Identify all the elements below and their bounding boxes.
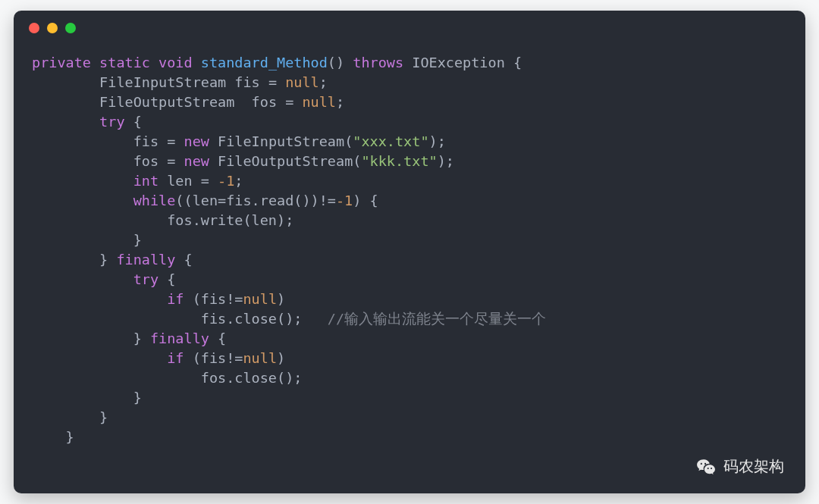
keyword-int: int	[133, 173, 158, 189]
punct: ()	[328, 55, 344, 70]
null-literal: null	[285, 74, 319, 90]
punct: =	[193, 173, 218, 189]
keyword-finally: finally	[150, 330, 209, 346]
null-literal: null	[243, 291, 277, 307]
keyword-void: void	[158, 55, 193, 70]
punct: )	[277, 291, 285, 307]
punct: ;	[234, 173, 243, 189]
punct: =	[158, 153, 184, 169]
identifier: fis	[234, 74, 259, 90]
close-icon[interactable]	[29, 23, 39, 33]
statement: fos.close();	[201, 370, 303, 386]
keyword-try: try	[133, 271, 158, 287]
keyword-finally: finally	[116, 252, 175, 268]
punct: {	[505, 55, 522, 70]
punct: }	[99, 252, 108, 268]
punct: (	[353, 153, 361, 169]
code-window: private static void standard_Method() th…	[14, 11, 805, 493]
keyword-new: new	[184, 133, 209, 149]
minimize-icon[interactable]	[47, 23, 58, 33]
punct: {	[209, 330, 226, 346]
keyword-if: if	[167, 291, 184, 307]
punct: ;	[319, 74, 328, 90]
identifier: fos	[133, 153, 158, 169]
expr: (fis!=	[184, 291, 243, 307]
statement: fos.write(len);	[167, 212, 293, 228]
keyword-if: if	[167, 350, 184, 366]
punct: =	[277, 94, 302, 110]
keyword-while: while	[133, 193, 176, 208]
punct: )	[353, 193, 361, 208]
punct: {	[125, 114, 142, 130]
identifier: len	[167, 173, 192, 189]
keyword-try: try	[99, 114, 124, 130]
comment: //输入输出流能关一个尽量关一个	[328, 311, 546, 327]
punct: }	[133, 232, 142, 248]
punct: ;	[438, 133, 446, 149]
keyword-private: private	[32, 55, 91, 70]
punct: )	[429, 133, 438, 149]
null-literal: null	[302, 94, 336, 110]
statement: fis.close();	[201, 311, 303, 327]
punct: }	[66, 429, 74, 445]
punct: {	[361, 193, 378, 208]
number-literal: -1	[336, 193, 353, 208]
punct: ;	[446, 153, 454, 169]
punct: =	[260, 74, 285, 90]
punct: {	[158, 271, 175, 287]
code-block: private static void standard_Method() th…	[32, 53, 787, 447]
punct: ;	[336, 94, 344, 110]
window-controls	[29, 23, 76, 33]
punct: =	[158, 133, 184, 149]
null-literal: null	[243, 350, 277, 366]
keyword-static: static	[99, 55, 150, 70]
watermark: 码农架构	[696, 456, 784, 477]
keyword-new: new	[184, 153, 209, 169]
keyword-throws: throws	[353, 55, 403, 70]
punct: )	[277, 350, 285, 366]
identifier: fis	[133, 133, 158, 149]
punct: }	[99, 409, 108, 425]
number-literal: -1	[218, 173, 234, 189]
punct: }	[133, 390, 142, 405]
expr: ((len=fis.read())!=	[175, 193, 336, 208]
exception-type: IOException	[412, 55, 505, 70]
wechat-icon	[696, 457, 716, 477]
string-literal: "xxx.txt"	[353, 133, 428, 149]
zoom-icon[interactable]	[65, 23, 76, 33]
type-name: FileInputStream	[99, 74, 226, 90]
punct: (	[344, 133, 353, 149]
type-name: FileInputStream	[218, 133, 344, 149]
method-name: standard_Method	[201, 55, 328, 70]
watermark-text: 码农架构	[723, 456, 784, 477]
punct: {	[175, 252, 192, 268]
punct: )	[438, 153, 446, 169]
punct: }	[133, 330, 142, 346]
string-literal: "kkk.txt"	[361, 153, 437, 169]
identifier: fos	[252, 94, 277, 110]
expr: (fis!=	[184, 350, 243, 366]
type-name: FileOutputStream	[218, 153, 353, 169]
type-name: FileOutputStream	[99, 94, 234, 110]
